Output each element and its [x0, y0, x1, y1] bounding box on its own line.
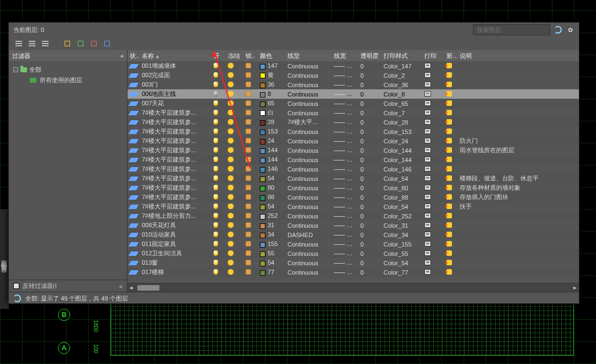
lock-icon[interactable]: [246, 204, 251, 209]
bulb-icon[interactable]: [214, 72, 218, 78]
layer-lineweight[interactable]: 默认: [332, 249, 358, 258]
layer-transparency[interactable]: 0: [358, 232, 381, 238]
layer-lineweight[interactable]: 默认: [332, 99, 358, 108]
lock-icon[interactable]: [246, 194, 251, 200]
layer-row[interactable]: 008天花灯具31Continuous 默认0Color_31: [127, 221, 579, 230]
sun-icon[interactable]: [228, 213, 233, 218]
col-status[interactable]: 状..: [127, 52, 140, 60]
layer-row[interactable]: 010活动家具34DASHED 默认0Color_34: [127, 230, 579, 239]
layer-lineweight[interactable]: 默认: [332, 174, 358, 183]
layer-transparency[interactable]: 0: [358, 82, 381, 88]
layer-linetype[interactable]: Continuous: [285, 72, 332, 79]
col-on[interactable]: 开: [211, 52, 226, 60]
layer-lineweight[interactable]: 默认: [332, 71, 358, 79]
bulb-icon[interactable]: [214, 147, 218, 153]
layer-linetype[interactable]: Continuous: [285, 269, 332, 276]
new-vp-freeze-icon[interactable]: [446, 175, 452, 181]
layer-lineweight[interactable]: 默认: [332, 184, 358, 192]
filter-node-used[interactable]: 所有使用的图层: [30, 75, 123, 85]
layer-row[interactable]: 002完成面黄Continuous 默认0Color_2: [127, 71, 579, 80]
new-vp-freeze-icon[interactable]: [446, 63, 452, 68]
layer-color[interactable]: 144: [258, 147, 285, 153]
layer-color[interactable]: 白: [258, 109, 285, 117]
layer-lineweight[interactable]: 默认: [332, 268, 358, 276]
sun-icon[interactable]: [228, 166, 233, 172]
layer-linetype[interactable]: Continuous: [285, 100, 332, 107]
lock-icon[interactable]: [246, 232, 251, 237]
layer-color[interactable]: 34: [258, 231, 285, 238]
layer-lineweight[interactable]: 默认: [332, 118, 358, 126]
new-filter-icon[interactable]: [14, 39, 23, 48]
layer-transparency[interactable]: 0: [358, 166, 381, 173]
layer-lineweight[interactable]: 默认: [332, 221, 358, 229]
lock-icon[interactable]: [246, 175, 251, 181]
new-group-filter-icon[interactable]: [28, 39, 36, 48]
layer-transparency[interactable]: 0: [358, 213, 381, 220]
layer-row[interactable]: 7#楼大平层建筑参...287#楼大平... 默认0Color_28: [127, 117, 579, 127]
layer-lineweight[interactable]: 默认: [332, 259, 358, 267]
lock-icon[interactable]: [246, 166, 251, 172]
layer-linetype[interactable]: Continuous: [285, 147, 332, 154]
layer-linetype[interactable]: Continuous: [285, 204, 332, 210]
sun-icon[interactable]: [228, 250, 233, 256]
bulb-icon[interactable]: [214, 82, 218, 87]
layer-linetype[interactable]: Continuous: [285, 166, 332, 173]
layer-row[interactable]: 001增减墙体147Continuous 默认0Color_147: [127, 61, 579, 71]
printer-icon[interactable]: [424, 119, 431, 125]
layer-lineweight[interactable]: 默认: [332, 193, 358, 201]
layer-linetype[interactable]: Continuous: [285, 250, 332, 257]
layer-row[interactable]: 7#楼大平层建筑参...146Continuous 默认0Color_146: [127, 164, 579, 174]
lock-icon[interactable]: [246, 72, 251, 78]
tree-collapse-icon[interactable]: −: [13, 67, 18, 72]
sun-icon[interactable]: [228, 204, 233, 209]
new-vp-freeze-icon[interactable]: [446, 269, 452, 275]
new-vp-freeze-icon[interactable]: [446, 250, 452, 256]
refresh-icon[interactable]: [554, 25, 562, 34]
lock-icon[interactable]: [246, 157, 251, 162]
layer-transparency[interactable]: 0: [358, 72, 381, 79]
filter-node-all-row[interactable]: − 全部: [13, 65, 123, 75]
layer-row[interactable]: 7#楼大平层建筑参...白Continuous 默认0Color_7: [127, 108, 579, 117]
printer-icon[interactable]: [424, 269, 431, 275]
layer-color[interactable]: 146: [258, 165, 285, 172]
col-lineweight[interactable]: 线宽: [332, 52, 358, 60]
layer-color[interactable]: 36: [258, 81, 285, 88]
layer-row[interactable]: 7#楼大平层建筑参...80Continuous 默认0Color_80存放各种…: [127, 183, 579, 192]
bulb-icon[interactable]: [214, 250, 218, 256]
layer-linetype[interactable]: Continuous: [285, 175, 332, 182]
col-lock[interactable]: 锁..: [243, 52, 258, 60]
sun-icon[interactable]: [228, 110, 233, 115]
layer-row[interactable]: 7#楼大平层建筑参...144Continuous 默认0Color_144: [127, 155, 579, 164]
bulb-icon[interactable]: [214, 166, 218, 172]
bulb-icon[interactable]: [214, 269, 218, 275]
layer-color[interactable]: 252: [258, 212, 285, 219]
bulb-icon[interactable]: [214, 138, 218, 143]
layer-color[interactable]: 24: [258, 137, 285, 144]
layer-transparency[interactable]: 0: [358, 110, 381, 116]
bulb-icon[interactable]: [214, 194, 218, 200]
layer-linetype[interactable]: Continuous: [285, 91, 332, 98]
new-vp-freeze-icon[interactable]: [446, 204, 452, 209]
sun-icon[interactable]: [228, 91, 233, 97]
layer-transparency[interactable]: 0: [358, 250, 381, 257]
layer-linetype[interactable]: DASHED: [285, 232, 332, 238]
search-input[interactable]: [473, 24, 550, 35]
layer-row[interactable]: 011固定家具155Continuous 默认0Color_155: [127, 239, 579, 249]
new-vp-freeze-icon[interactable]: [446, 82, 452, 87]
layer-transparency[interactable]: 0: [358, 260, 381, 266]
col-newvp[interactable]: 新..: [444, 52, 457, 60]
layer-lineweight[interactable]: 默认: [332, 109, 358, 117]
layer-transparency[interactable]: 0: [358, 129, 381, 135]
sun-icon[interactable]: [228, 72, 233, 78]
bulb-icon[interactable]: [214, 175, 218, 181]
printer-icon[interactable]: [424, 222, 431, 228]
lock-icon[interactable]: [246, 119, 251, 125]
layer-linetype[interactable]: Continuous: [285, 63, 332, 69]
printer-icon[interactable]: [424, 185, 431, 190]
filters-collapse-icon[interactable]: «: [119, 283, 123, 290]
lock-icon[interactable]: [246, 185, 251, 190]
lock-icon[interactable]: [246, 250, 251, 256]
layer-lineweight[interactable]: 默认: [332, 240, 358, 248]
new-layer-icon[interactable]: [63, 39, 72, 48]
layer-linetype[interactable]: Continuous: [285, 82, 332, 88]
